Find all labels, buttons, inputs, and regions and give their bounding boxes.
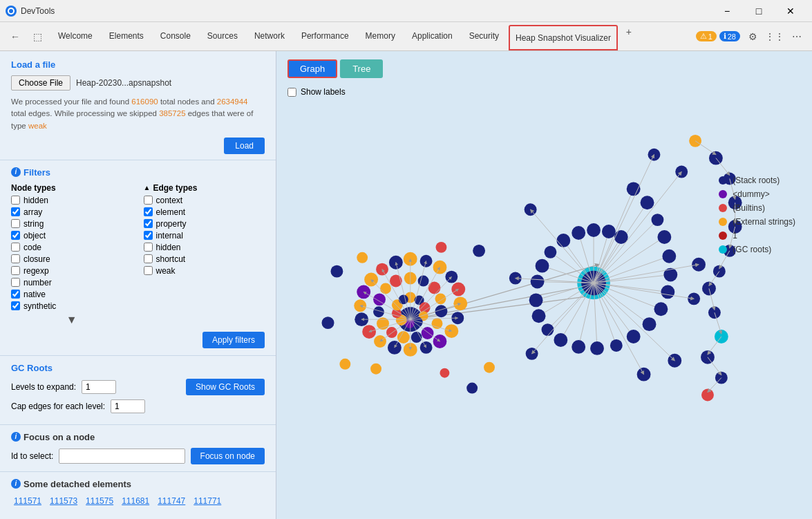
checkbox-code[interactable] [11,243,20,252]
load-file-section: Load a file Choose File Heap-20230...aps… [0,51,276,160]
show-gc-roots-button[interactable]: Show GC Roots [186,379,265,395]
filter-weak: weak [144,266,265,276]
left-panel: Load a file Choose File Heap-20230...aps… [0,51,276,519]
gc-roots-levels-row: Levels to expand: Show GC Roots [11,379,265,395]
checkbox-number[interactable] [11,278,20,287]
overflow-button[interactable]: ⋯ [787,27,806,46]
title-bar: DevTools − □ ✕ [0,0,812,22]
detached-item-3[interactable]: 111681 [119,495,152,507]
error-icon: ℹ [724,32,726,41]
checkbox-closure[interactable] [11,254,20,263]
filters-title: Filters [23,167,50,178]
checkbox-context[interactable] [144,196,153,205]
tab-application[interactable]: Application [404,22,461,50]
inspect-button[interactable]: ⬚ [28,27,47,46]
checkbox-shortcut[interactable] [144,254,153,263]
tab-graph[interactable]: Graph [287,59,337,78]
id-select-input[interactable] [59,449,185,464]
nav-bar: ← ⬚ Welcome Elements Console Sources Net… [0,22,812,51]
levels-input[interactable] [82,380,116,394]
tab-welcome[interactable]: Welcome [50,22,101,50]
tab-console[interactable]: Console [152,22,199,50]
svg-point-51 [531,275,545,289]
svg-point-50 [529,293,543,307]
checkbox-object[interactable] [11,231,20,240]
label-closure: closure [23,254,50,264]
detached-item-5[interactable]: 111771 [191,495,224,507]
filters-section: i Filters Node types hidden array [0,160,276,356]
svg-point-172 [330,265,343,278]
filter-array: array [11,207,133,217]
svg-point-36 [652,214,664,226]
graph-svg [276,51,812,519]
svg-point-112 [420,341,433,354]
tab-security[interactable]: Security [461,22,507,50]
svg-point-128 [432,318,443,329]
detached-items: 111571 111573 111575 111681 111747 11177… [11,495,265,507]
minimize-button[interactable]: − [711,0,743,22]
nav-actions: ← ⬚ [3,22,50,50]
label-internal: internal [156,231,183,240]
apply-filters-button[interactable]: Apply filters [202,332,265,348]
checkbox-element[interactable] [144,207,153,216]
svg-point-174 [440,368,449,378]
filter-regexp: regexp [11,266,133,276]
detached-item-2[interactable]: 111575 [83,495,116,507]
checkbox-property[interactable] [144,219,153,228]
file-info-text2: total nodes and [158,97,217,106]
checkbox-weak[interactable] [144,266,153,275]
checkbox-array[interactable] [11,207,20,216]
checkbox-internal[interactable] [144,231,153,240]
show-labels-checkbox[interactable] [287,88,296,97]
tab-sources[interactable]: Sources [199,22,246,50]
tab-memory[interactable]: Memory [357,22,404,50]
choose-file-button[interactable]: Choose File [11,75,70,91]
checkbox-hidden[interactable] [11,196,20,205]
settings-button[interactable]: ⚙ [743,27,762,46]
legend-dot-builtins [719,204,727,212]
show-labels-row: Show labels [287,87,346,97]
more-tools-button[interactable]: ⋮⋮ [765,27,784,46]
svg-point-56 [587,223,601,237]
svg-point-55 [572,226,585,240]
svg-point-54 [556,234,570,247]
svg-point-177 [357,252,368,263]
label-context: context [156,196,183,205]
error-badge: ℹ 28 [719,31,740,41]
checkbox-regexp[interactable] [11,266,20,275]
checkbox-string[interactable] [11,219,20,228]
checkbox-synthetic[interactable] [11,301,20,310]
filter-context: context [144,196,265,205]
tab-network[interactable]: Network [246,22,293,50]
focus-on-node-button[interactable]: Focus on node [191,448,265,464]
tab-tree[interactable]: Tree [340,59,383,78]
tab-performance[interactable]: Performance [293,22,357,50]
label-string: string [23,219,44,229]
error-count: 28 [728,32,736,41]
edge-types-col: ▲ Edge types context element property [144,183,265,326]
cap-input[interactable] [111,399,145,413]
tab-heap-snapshot[interactable]: Heap Snapshot Visualizer [509,25,618,50]
back-button[interactable]: ← [6,27,25,46]
svg-point-38 [662,249,676,263]
detached-item-0[interactable]: 111571 [11,495,44,507]
load-button[interactable]: Load [224,138,265,154]
svg-point-175 [370,364,381,375]
label-hidden: hidden [23,196,48,205]
checkbox-native[interactable] [11,290,20,299]
svg-point-44 [610,339,623,352]
close-button[interactable]: ✕ [775,0,806,22]
tab-elements[interactable]: Elements [101,22,152,50]
add-tab-button[interactable]: + [619,22,639,41]
filter-edge-hidden: hidden [144,243,265,252]
checkbox-edge-hidden[interactable] [144,243,153,252]
svg-point-137 [390,275,402,287]
detached-item-4[interactable]: 111747 [155,495,188,507]
legend-dot-one [719,232,727,240]
skipped-edges: 385725 [159,109,185,117]
detached-item-1[interactable]: 111573 [47,495,80,507]
file-info: We processed your file and found 616090 … [11,96,265,132]
svg-point-170 [322,317,334,329]
gc-roots-section: GC Roots Levels to expand: Show GC Roots… [0,356,276,425]
maximize-button[interactable]: □ [743,0,775,22]
